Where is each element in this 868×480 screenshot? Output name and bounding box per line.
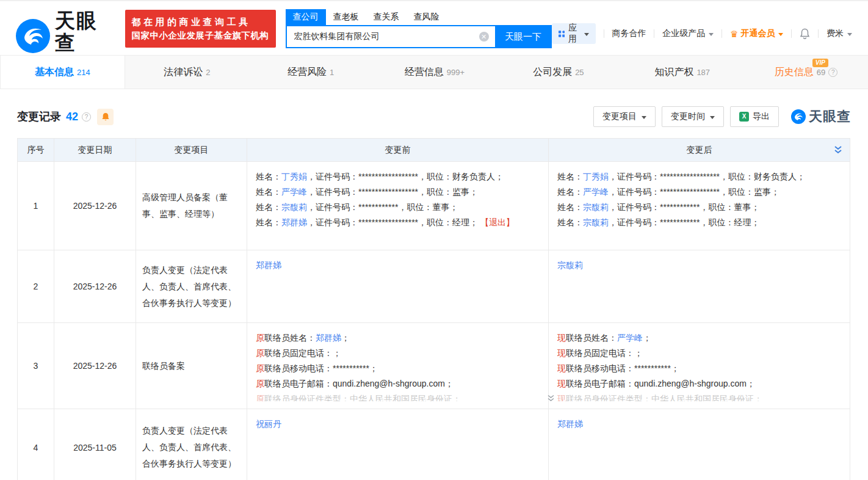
cell-text: 现	[557, 394, 566, 401]
notifications-bell-icon[interactable]	[800, 28, 810, 39]
cell-text: 姓名：	[256, 187, 281, 197]
business-cooperation-link[interactable]: 商务合作	[612, 28, 646, 39]
row-index: 2	[18, 250, 54, 323]
cell-text: 原	[256, 333, 264, 343]
tab-经营信息[interactable]: 经营信息999+	[373, 56, 497, 89]
person-link[interactable]: 郑群娣	[281, 217, 307, 227]
divider	[791, 29, 792, 38]
cell-text: 姓名：	[557, 172, 583, 181]
cell-text: 【退出】	[480, 217, 515, 227]
tianyancha-watermark: 天眼查	[791, 107, 851, 126]
change-item: 负责人变更（法定代表人、负责人、首席代表、合伙事务执行人等变更）	[136, 250, 247, 323]
chevron-down-icon	[642, 116, 646, 119]
tab-历史信息[interactable]: 历史信息69VIP?	[744, 56, 868, 89]
search-type-tabs: 查公司查老板查关系查风险	[286, 9, 552, 25]
change-after-cell: 郑群娣	[549, 409, 850, 480]
divider	[818, 29, 819, 38]
change-before-cell: 原联络员姓名：郑群娣；原联络员固定电话：；原联络员移动电话：**********…	[247, 323, 549, 409]
col-header-序号: 序号	[18, 139, 54, 162]
person-link[interactable]: 祝丽丹	[256, 419, 281, 429]
search-tab-3[interactable]: 查风险	[407, 9, 447, 25]
cell-text: ，证件号码：******************，职位：监事；	[609, 187, 779, 197]
tab-基本信息[interactable]: 基本信息214	[0, 56, 125, 89]
change-before-cell: 郑群娣	[247, 250, 549, 323]
tab-label: 经营风险	[288, 66, 327, 79]
tab-count: 214	[77, 68, 90, 77]
person-link[interactable]: 郑群娣	[557, 419, 583, 429]
vip-badge: VIP	[812, 59, 828, 67]
tab-公司发展[interactable]: 公司发展25	[496, 56, 620, 89]
change-item: 负责人变更（法定代表人、负责人、首席代表、合伙事务执行人等变更）	[136, 409, 247, 480]
change-after-cell: 宗馥莉	[549, 250, 850, 323]
person-link[interactable]: 严学峰	[583, 187, 609, 197]
person-link[interactable]: 宗馥莉	[281, 202, 307, 212]
cell-text: 联络员身份证件类型：中华人民共和国居民身份证；	[566, 394, 762, 401]
collapse-all-double-chevron-icon[interactable]	[834, 145, 842, 157]
person-link[interactable]: 丁秀娟	[281, 172, 307, 181]
person-link[interactable]: 宗馥莉	[557, 260, 583, 270]
search-input[interactable]	[286, 25, 495, 48]
search-tab-2[interactable]: 查关系	[366, 9, 407, 25]
cell-text: ，证件号码：******************，职位：财务负责人；	[609, 172, 805, 181]
tianyancha-logo-icon	[16, 19, 50, 53]
cell-text: 原	[256, 363, 264, 373]
excel-icon: X	[739, 112, 749, 122]
tab-count: 25	[575, 68, 584, 77]
change-before-cell: 祝丽丹	[247, 409, 549, 480]
user-menu[interactable]: 费米	[826, 28, 852, 39]
cell-text: ，证件号码：******************，职位：监事；	[307, 187, 478, 197]
row-index: 3	[18, 323, 54, 409]
cell-text: 姓名：	[256, 217, 281, 227]
site-logo[interactable]: 天眼查 TianYanCha.com	[16, 10, 117, 62]
change-after-cell: 现联络员姓名：严学峰；现联络员固定电话：；现联络员移动电话：**********…	[549, 323, 850, 409]
tab-经营风险[interactable]: 经营风险1	[249, 56, 373, 89]
help-icon[interactable]: ?	[82, 112, 91, 122]
cell-text: 联络员固定电话：；	[566, 348, 643, 358]
cell-text: 联络员身份证件类型：中华人民共和国居民身份证；	[264, 394, 461, 401]
cell-text: ，证件号码：******************，职位：经理；	[307, 217, 480, 227]
cell-text: 现	[557, 333, 566, 343]
tab-count: 1	[330, 68, 334, 77]
tianyancha-logo-icon	[791, 109, 806, 124]
person-link[interactable]: 宗馥莉	[583, 202, 609, 212]
cell-text: ，证件号码：************，职位：经理；	[609, 217, 759, 227]
table-header-row: 序号变更日期变更项目变更前变更后	[18, 139, 850, 162]
filter-change-item-button[interactable]: 变更项目	[593, 106, 656, 127]
person-link[interactable]: 严学峰	[617, 333, 643, 343]
tab-count: 2	[206, 68, 210, 77]
person-link[interactable]: 宗馥莉	[583, 217, 609, 227]
export-button[interactable]: X 导出	[730, 106, 779, 127]
person-link[interactable]: 严学峰	[281, 187, 307, 197]
person-link[interactable]: 丁秀娟	[583, 172, 609, 181]
search-tab-0[interactable]: 查公司	[286, 9, 326, 25]
cell-text: 姓名：	[557, 202, 583, 212]
apps-label: 应用	[568, 23, 580, 45]
tab-count: 187	[696, 68, 710, 77]
col-header-变更后: 变更后	[549, 139, 850, 162]
page: 天眼查 TianYanCha.com 都在用的商业查询工具 国家中小企业发展子基…	[0, 0, 868, 480]
monitor-bell-button[interactable]	[97, 109, 114, 125]
search-tab-1[interactable]: 查老板	[326, 9, 366, 25]
cell-text: ，证件号码：************，职位：董事；	[609, 202, 759, 212]
open-vip-menu[interactable]: ♛ 开通会员	[730, 28, 783, 39]
brand-slogan: 都在用的商业查询工具 国家中小企业发展子基金旗下机构	[125, 10, 276, 48]
top-right-nav: 应用 商务合作 企业级产品 ♛ 开通会员	[552, 23, 852, 44]
cell-text: ，证件号码：************，职位：董事；	[307, 202, 458, 212]
cell-text: ，证件号码：******************，职位：财务负责人；	[307, 172, 504, 181]
cell-text: 现	[557, 379, 566, 388]
tab-法律诉讼[interactable]: 法律诉讼2	[125, 56, 249, 89]
table-row: 22025-12-26负责人变更（法定代表人、负责人、首席代表、合伙事务执行人等…	[18, 250, 850, 323]
apps-menu[interactable]: 应用	[552, 23, 596, 44]
change-records-table: 序号变更日期变更项目变更前变更后 12025-12-26高级管理人员备案（董事、…	[17, 138, 851, 480]
filter-change-time-button[interactable]: 变更时间	[662, 106, 724, 127]
person-link[interactable]: 郑群娣	[316, 333, 341, 343]
help-icon[interactable]: ?	[828, 68, 837, 77]
section-count: 42	[66, 111, 78, 123]
tab-知识产权[interactable]: 知识产权187	[620, 56, 744, 89]
search-button[interactable]: 天眼一下	[495, 25, 552, 48]
cell-text: 联络员电子邮箱：qundi.zheng@h-shgroup.com；	[566, 379, 755, 388]
cell-text: 原	[256, 379, 264, 388]
person-link[interactable]: 郑群娣	[256, 260, 281, 270]
enterprise-products-menu[interactable]: 企业级产品	[662, 28, 714, 39]
search-clear-icon[interactable]: ✕	[479, 32, 489, 42]
